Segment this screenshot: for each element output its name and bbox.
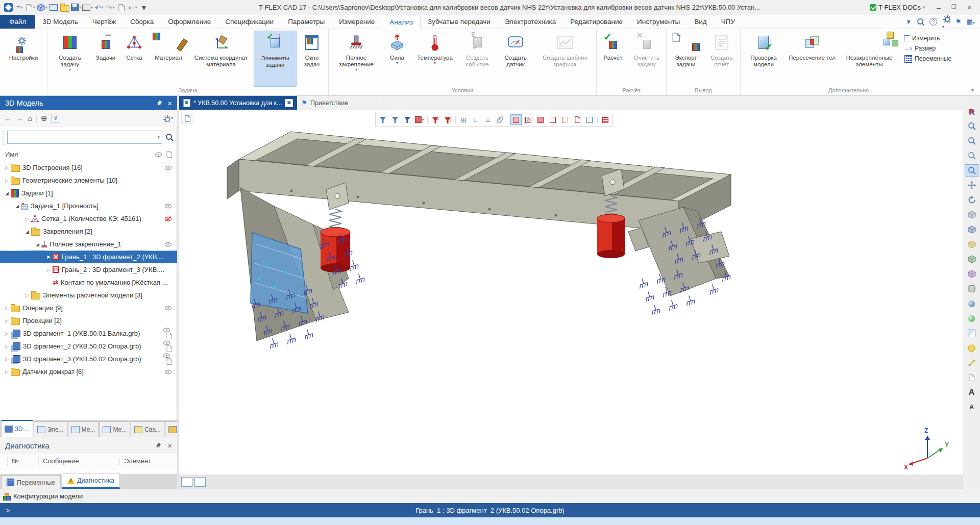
tree-item-full-fixture1[interactable]: ◢⊥Полное закрепление_1 [0, 238, 177, 251]
section-view-icon[interactable] [965, 327, 978, 339]
configurations-bar[interactable]: Конфигурации модели [0, 489, 980, 503]
tree-item-fragment1[interactable]: ▷3D фрагмент_1 (УКВ.50.01 Балка.grb) [0, 327, 177, 340]
print-icon[interactable]: ▾ [82, 2, 93, 13]
dimension-button[interactable]: ↔5Размер [904, 45, 951, 52]
drag-grip[interactable] [1, 130, 6, 145]
select-sheet-icon[interactable] [572, 114, 583, 125]
tree-item-face2[interactable]: ▷Грань_2 : 3D фрагмент_3 (УКВ.... [0, 263, 177, 276]
filter-vertices-icon[interactable] [377, 114, 388, 125]
tab-editing[interactable]: Редактирование [563, 15, 630, 29]
table-icon[interactable]: ⊞ [458, 114, 469, 125]
zoom-out-icon[interactable] [965, 149, 978, 162]
panel-tab-elements[interactable]: Эле... [34, 421, 67, 437]
tab-cnc[interactable]: ЧПУ [714, 15, 742, 29]
tree-item-jack-sensors[interactable]: ▷Датчики домкрат [6] [0, 365, 177, 378]
tflex-docs-button[interactable]: T-FLEX DOCs▾ [870, 4, 925, 11]
search-icon[interactable] [165, 133, 174, 142]
col-number[interactable]: № [7, 457, 38, 466]
wireframe-view-icon[interactable] [965, 209, 978, 221]
zoom-extents-icon[interactable] [965, 164, 978, 177]
panel-tab-menu[interactable]: Ме... [68, 421, 99, 437]
search-input[interactable] [7, 131, 162, 144]
temperature-button[interactable]: Температура▾ [411, 31, 458, 87]
tasks-button[interactable]: ≡≡ Задачи [91, 31, 120, 87]
panel-tab-menu2[interactable]: Ме... [99, 421, 130, 437]
variables-button[interactable]: Переменные [904, 55, 951, 62]
filter-edges-icon[interactable] [389, 114, 401, 125]
undo-icon[interactable]: ↶▾ [94, 2, 104, 13]
new-window-icon[interactable] [48, 2, 59, 13]
select-face-icon[interactable] [510, 114, 522, 125]
solve-button[interactable]: ✓ Расчёт [598, 31, 628, 87]
filter-color-dropdown-icon[interactable]: ▾ [414, 114, 425, 125]
tree-name-header[interactable]: Имя [0, 148, 177, 161]
mesh-button[interactable]: Сетка [120, 31, 149, 87]
restore-button[interactable]: ❐ [947, 4, 961, 12]
main-menu-icon[interactable]: ≡▾ [14, 2, 24, 13]
edit-pencil-icon[interactable] [965, 357, 978, 369]
zoom-in-icon[interactable] [965, 135, 978, 147]
tab-variables[interactable]: Переменные [1, 476, 61, 489]
layout-columns-icon[interactable] [181, 477, 192, 487]
layout-rows-icon[interactable] [194, 477, 206, 487]
command-bar[interactable]: > Грань_1 : 3D фрагмент_2 (УКВ.50.02 Опо… [0, 503, 980, 517]
minimize-button[interactable]: – [932, 4, 945, 12]
attach-icon[interactable] [495, 114, 506, 125]
shaded-view-icon[interactable] [965, 238, 978, 251]
panel-tab-3d-model[interactable]: 3D ... [1, 420, 33, 437]
tree-item-face1-selected[interactable]: ▶Грань_1 : 3D фрагмент_2 (УКВ.... [0, 251, 177, 263]
close-tab-icon[interactable]: ✕ [285, 99, 293, 107]
pan-icon[interactable] [965, 179, 978, 191]
tab-specifications[interactable]: Спецификации [218, 15, 281, 29]
close-panel-icon[interactable]: × [167, 99, 172, 108]
search-commands-icon[interactable] [917, 18, 924, 26]
select-annotation-icon[interactable] [584, 114, 595, 125]
create-sensor-button[interactable]: Создать датчик [496, 31, 535, 87]
shaded-edges-view-icon[interactable] [965, 253, 978, 265]
sort-ascending-icon[interactable]: ↑ [430, 114, 441, 125]
eye-icon[interactable] [164, 165, 172, 170]
task-elements-button[interactable]: ✓↓ Элементы задачи [254, 31, 297, 87]
scene-mode-icon[interactable]: R [965, 105, 978, 117]
save-icon[interactable]: ▾ [71, 2, 81, 13]
tab-annotation[interactable]: Оформление [161, 15, 218, 29]
text-small-icon[interactable]: A [965, 401, 978, 413]
eye-icon[interactable] [163, 340, 172, 352]
tree-item-fixtures-folder[interactable]: ◢Закрепления [2] [0, 225, 177, 238]
rotate-view-icon[interactable] [965, 194, 978, 206]
tree-item-mesh1[interactable]: ▷Сетка_1 (Количество КЭ: 45161) [0, 212, 177, 225]
task-window-button[interactable]: Окно задач [297, 31, 327, 87]
tab-tools[interactable]: Инструменты [630, 15, 687, 29]
full-fixture-button[interactable]: Полное закрепление▾ [330, 31, 383, 87]
tree-item-projections[interactable]: ▷Проекции [2] [0, 314, 177, 327]
tree-item-calc-model-elements[interactable]: ▷Элементы расчётной модели [3] [0, 289, 177, 302]
tab-measure[interactable]: Измерение [332, 15, 382, 29]
lighting-icon[interactable] [965, 342, 978, 354]
tree-item-operations[interactable]: ▷Операции [9] [0, 302, 177, 314]
settings-button[interactable]: Настройки [1, 31, 46, 87]
flag-icon[interactable]: ⚑ [955, 18, 962, 26]
tab-parameters[interactable]: Параметры [281, 15, 332, 29]
search-dropdown-icon[interactable]: ▾ [157, 135, 160, 140]
measure-button[interactable]: Измерить [904, 35, 951, 42]
tree-item-fragment2[interactable]: ▷3D фрагмент_2 (УКВ.50.02 Опора.grb) [0, 340, 177, 353]
col-element[interactable]: Элемент [119, 457, 177, 466]
panel-tab-welding[interactable]: Сва... [131, 421, 164, 437]
close-diagnostics-icon[interactable]: × [167, 441, 172, 450]
open-icon[interactable] [60, 2, 70, 13]
sphere-green-icon[interactable] [965, 312, 978, 324]
collapse-all-icon[interactable]: ≫ [52, 114, 60, 122]
minimize-ribbon-icon[interactable]: ▼ [905, 18, 912, 26]
tab-analysis[interactable]: Анализ [382, 15, 421, 29]
notes-icon[interactable] [965, 371, 978, 384]
home-icon[interactable]: ⌂ [28, 114, 32, 122]
viewport-menu-icon[interactable] [181, 113, 193, 124]
unfixed-elements-button[interactable]: Незакреплённые элементы [839, 31, 900, 87]
3d-viewport[interactable]: X Z Y [179, 110, 963, 474]
cylinder-tool-icon[interactable] [965, 283, 978, 295]
qat-customize-icon[interactable]: ▼ [139, 2, 149, 13]
eye-icon[interactable] [163, 328, 172, 339]
select-vertex-icon[interactable] [559, 114, 571, 125]
edit-document-icon[interactable] [116, 2, 127, 13]
sort-descending-icon[interactable]: ↓ [442, 114, 453, 125]
